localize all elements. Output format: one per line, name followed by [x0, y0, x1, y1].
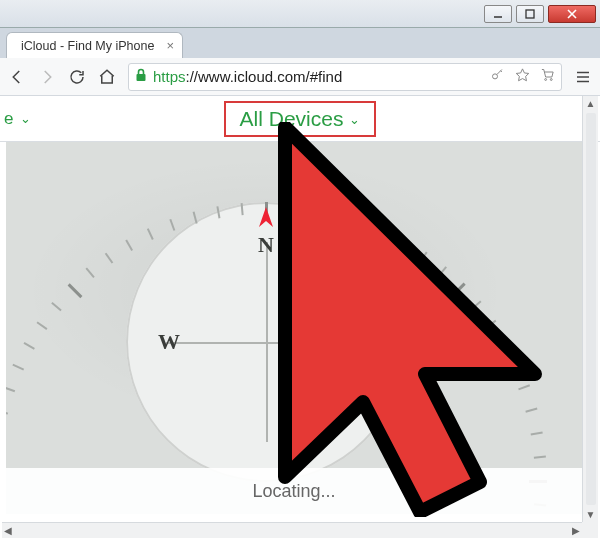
- compass-west-label: W: [158, 329, 180, 355]
- vertical-scrollbar[interactable]: ▲ ▼: [582, 96, 598, 522]
- svg-rect-4: [137, 74, 146, 81]
- url-actions: [490, 67, 555, 86]
- window-maximize-button[interactable]: [516, 5, 544, 23]
- horizontal-scrollbar[interactable]: ◀ ▶: [2, 522, 582, 538]
- chevron-down-icon: ⌄: [349, 112, 360, 127]
- home-button[interactable]: [98, 68, 116, 86]
- svg-point-8: [550, 79, 552, 81]
- reload-button[interactable]: [68, 68, 86, 86]
- svg-point-5: [493, 74, 498, 79]
- scrollbar-corner: [582, 522, 598, 538]
- scroll-left-icon[interactable]: ◀: [4, 525, 12, 536]
- lock-icon: [135, 68, 147, 85]
- compass-crosshair: [166, 242, 366, 442]
- back-button[interactable]: [8, 68, 26, 86]
- url-scheme: https: [153, 68, 186, 85]
- svg-point-7: [545, 79, 547, 81]
- scroll-down-icon[interactable]: ▼: [586, 509, 596, 520]
- window-titlebar: [0, 0, 600, 28]
- scroll-right-icon[interactable]: ▶: [572, 525, 580, 536]
- tab-title: iCloud - Find My iPhone: [21, 39, 154, 53]
- url-rest: ://www.icloud.com/#find: [186, 68, 343, 85]
- window-close-button[interactable]: [548, 5, 596, 23]
- scroll-up-icon[interactable]: ▲: [586, 98, 596, 109]
- key-icon[interactable]: [490, 67, 505, 86]
- svg-marker-6: [516, 69, 529, 81]
- tab-close-icon[interactable]: ×: [166, 38, 174, 53]
- compass-north-needle-icon: [257, 207, 275, 229]
- tab-strip: iCloud - Find My iPhone ×: [0, 28, 600, 58]
- devices-label: All Devices: [240, 107, 344, 131]
- tab-icloud[interactable]: iCloud - Find My iPhone ×: [6, 32, 183, 58]
- scroll-thumb[interactable]: [586, 113, 596, 505]
- all-devices-dropdown[interactable]: All Devices ⌄: [224, 101, 377, 137]
- header-left-caret-icon: ⌄: [20, 111, 31, 126]
- window-minimize-button[interactable]: [484, 5, 512, 23]
- menu-button[interactable]: [574, 68, 592, 86]
- svg-marker-12: [259, 207, 273, 227]
- header-left-text: e: [4, 109, 13, 129]
- svg-rect-1: [526, 10, 534, 18]
- locating-status-bar: Locating...: [6, 468, 582, 514]
- forward-button[interactable]: [38, 68, 56, 86]
- compass: N W: [126, 202, 406, 482]
- address-bar[interactable]: https://www.icloud.com/#find: [128, 63, 562, 91]
- page-header: e ⌄ All Devices ⌄: [0, 96, 600, 142]
- map-area[interactable]: N W Locating...: [6, 142, 582, 514]
- locating-text: Locating...: [252, 481, 335, 502]
- cart-icon[interactable]: [540, 67, 555, 86]
- url-text: https://www.icloud.com/#find: [153, 68, 342, 85]
- bookmark-star-icon[interactable]: [515, 67, 530, 86]
- compass-north-label: N: [258, 232, 274, 258]
- browser-toolbar: https://www.icloud.com/#find: [0, 58, 600, 96]
